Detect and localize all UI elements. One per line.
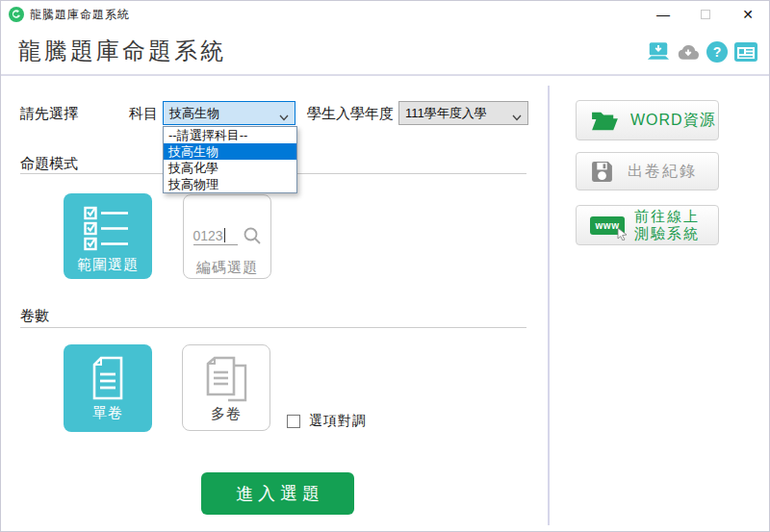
subject-select[interactable]: 技高生物 [163,101,295,125]
subject-option[interactable]: 技高化學 [164,160,296,176]
word-resource-label: WORD資源 [630,111,716,131]
maximize-icon [701,10,710,19]
titlebar-app-title: 龍騰題庫命題系統 [30,1,130,28]
folder-icon [590,109,619,132]
search-icon [243,226,262,245]
bulletin-list-icon[interactable] [734,41,757,63]
text-cursor [224,228,225,242]
enter-selection-button[interactable]: 進入選題 [201,472,354,515]
year-label: 學生入學年度 [307,105,394,123]
minimize-button[interactable]: — [642,1,684,28]
code-search-input[interactable]: 0123 [193,228,238,245]
single-paper-button[interactable]: 單卷 [64,344,152,432]
titlebar: 龍騰題庫命題系統 — ✕ [1,1,769,28]
chevron-down-icon [512,110,522,124]
chevron-down-icon [279,110,289,124]
mode-section-title: 命題模式 [20,155,78,173]
code-select-button[interactable]: 0123 編碼選題 [183,194,271,279]
computer-download-icon[interactable] [647,41,670,63]
range-card-label: 範圍選題 [77,256,139,274]
single-document-icon [90,356,126,400]
year-select[interactable]: 111學年度入學 [398,101,528,125]
subject-option[interactable]: --請選擇科目-- [164,127,296,143]
subject-dropdown-list: --請選擇科目-- 技高生物 技高化學 技高物理 [163,126,297,193]
record-button-label: 出卷紀錄 [628,162,697,182]
www-icon: www [590,216,625,235]
help-icon[interactable]: ? [706,41,728,63]
cursor-arrow-icon [617,228,629,241]
subject-option-selected[interactable]: 技高生物 [164,143,296,160]
multi-card-label: 多卷 [211,405,242,423]
prompt-label: 請先選擇 [20,105,78,123]
subject-option[interactable]: 技高物理 [164,176,296,192]
swap-options-checkbox[interactable] [287,415,300,428]
section-divider [20,327,526,328]
year-select-value: 111學年度入學 [405,105,487,122]
vertical-divider [548,86,550,525]
multi-document-icon [205,356,247,402]
maximize-button[interactable] [684,1,727,28]
app-window: 龍騰題庫命題系統 — ✕ 龍騰題庫命題系統 ? [0,0,770,532]
single-card-label: 單卷 [92,404,123,422]
app-logo-icon [9,7,24,22]
save-icon [590,160,614,184]
record-button[interactable]: 出卷紀錄 [576,152,719,190]
swap-options-label: 選項對調 [309,413,367,430]
online-test-label: 前往線上 測驗系統 [634,208,700,242]
cloud-download-icon[interactable] [677,41,700,63]
word-resource-button[interactable]: WORD資源 [576,100,719,140]
subject-select-value: 技高生物 [169,105,219,122]
subject-label: 科目 [129,105,158,123]
paper-section-title: 卷數 [20,307,49,325]
multi-paper-button[interactable]: 多卷 [182,344,270,431]
header-separator [1,74,769,76]
online-test-button[interactable]: www 前往線上 測驗系統 [576,205,719,245]
code-card-label: 編碼選題 [196,259,258,277]
checklist-icon [84,206,132,251]
close-button[interactable]: ✕ [727,1,769,28]
page-title: 龍騰題庫命題系統 [18,36,226,66]
range-select-button[interactable]: 範圍選題 [64,193,152,279]
